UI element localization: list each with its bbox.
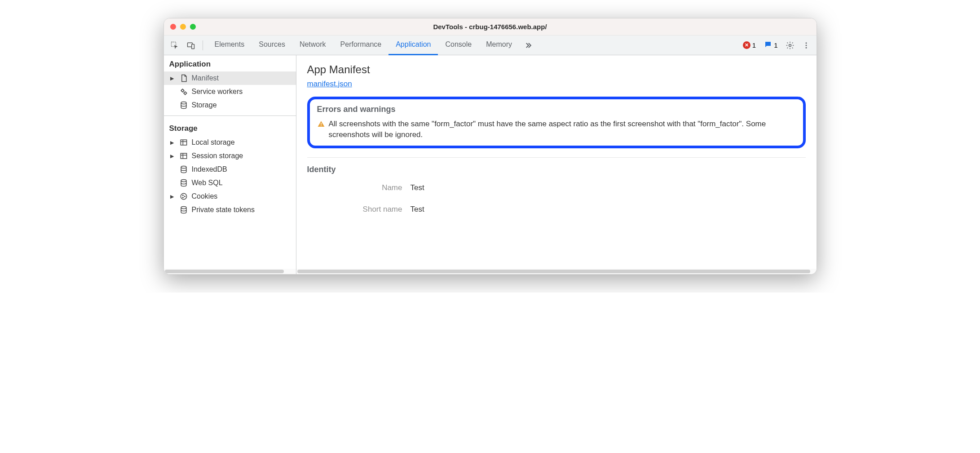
more-tabs-button[interactable]: [519, 36, 537, 55]
file-icon: [179, 74, 188, 83]
warning-row: All screenshots with the same "form_fact…: [317, 119, 796, 140]
sidebar-item-label: IndexedDB: [192, 165, 227, 173]
svg-point-3: [789, 44, 791, 46]
expand-arrow-icon: ▶: [170, 76, 176, 81]
window-titlebar: DevTools - crbug-1476656.web.app/: [164, 18, 817, 36]
identity-shortname-label: Short name: [307, 205, 411, 214]
sidebar-item-label: Session storage: [192, 152, 243, 160]
identity-shortname-value: Test: [411, 205, 806, 214]
tab-console[interactable]: Console: [438, 36, 479, 55]
identity-section: Identity Name Test Short name Test: [307, 157, 806, 214]
database-icon: [179, 101, 188, 110]
tab-elements[interactable]: Elements: [207, 36, 252, 55]
database-icon: [179, 165, 188, 174]
errors-badge[interactable]: ✕ 1: [740, 40, 759, 50]
svg-rect-10: [181, 140, 186, 145]
inspect-element-icon[interactable]: [168, 38, 182, 53]
tab-performance[interactable]: Performance: [333, 36, 389, 55]
page-title: App Manifest: [307, 63, 806, 76]
table-icon: [179, 151, 188, 160]
application-sidebar: Application ▶ Manifest ▶ Service workers…: [164, 55, 296, 269]
svg-point-13: [181, 180, 186, 182]
tab-network[interactable]: Network: [292, 36, 333, 55]
sidebar-item-label: Service workers: [192, 88, 243, 96]
settings-icon[interactable]: [783, 39, 797, 52]
sidebar-item-indexeddb[interactable]: ▶ IndexedDB: [164, 163, 296, 176]
main-scrollbar[interactable]: [296, 269, 817, 274]
warning-text: All screenshots with the same "form_fact…: [329, 119, 796, 140]
sidebar-item-label: Local storage: [192, 138, 235, 147]
sidebar-item-label: Storage: [192, 101, 217, 109]
window-title: DevTools - crbug-1476656.web.app/: [164, 23, 817, 31]
svg-point-4: [805, 42, 807, 44]
tab-sources[interactable]: Sources: [252, 36, 292, 55]
sidebar-item-local-storage[interactable]: ▶ Local storage: [164, 136, 296, 149]
table-icon: [179, 138, 188, 147]
issue-count: 1: [774, 41, 777, 49]
sidebar-item-cookies[interactable]: ▶ Cookies: [164, 190, 296, 203]
sidebar-divider: [164, 115, 296, 116]
identity-name-value: Test: [411, 183, 806, 192]
more-options-icon[interactable]: [799, 39, 813, 52]
sidebar-section-application: Application: [164, 55, 296, 71]
svg-rect-11: [181, 153, 186, 159]
toolbar-divider: [203, 40, 203, 50]
sidebar-scrollbar[interactable]: [164, 269, 296, 274]
panel-tabs: Elements Sources Network Performance App…: [207, 36, 537, 55]
sidebar-item-storage[interactable]: ▶ Storage: [164, 98, 296, 112]
svg-point-6: [805, 47, 807, 48]
svg-point-15: [182, 195, 183, 196]
expand-arrow-icon: ▶: [170, 140, 176, 146]
error-icon: ✕: [743, 41, 750, 49]
manifest-link[interactable]: manifest.json: [307, 80, 352, 88]
manifest-panel: App Manifest manifest.json Errors and wa…: [296, 55, 817, 269]
bottom-scrollbars: [164, 269, 817, 274]
identity-name-label: Name: [307, 183, 411, 192]
svg-point-18: [181, 207, 186, 209]
sidebar-item-websql[interactable]: ▶ Web SQL: [164, 176, 296, 190]
content-area: Application ▶ Manifest ▶ Service workers…: [164, 55, 817, 269]
sidebar-section-storage: Storage: [164, 120, 296, 136]
expand-arrow-icon: ▶: [170, 194, 176, 200]
devtools-toolbar: Elements Sources Network Performance App…: [164, 36, 817, 55]
svg-point-9: [181, 102, 186, 104]
svg-point-14: [181, 193, 186, 199]
database-icon: [179, 205, 188, 214]
error-count: 1: [752, 41, 756, 49]
issues-badge[interactable]: 1: [761, 40, 780, 51]
errors-warnings-section: Errors and warnings All screenshots with…: [307, 97, 806, 148]
gears-icon: [179, 87, 188, 96]
devtools-window: DevTools - crbug-1476656.web.app/ Elemen…: [163, 18, 817, 275]
svg-rect-2: [191, 44, 194, 49]
sidebar-item-label: Cookies: [192, 192, 218, 200]
sidebar-item-manifest[interactable]: ▶ Manifest: [164, 71, 296, 85]
svg-point-5: [805, 44, 807, 46]
tab-memory[interactable]: Memory: [479, 36, 519, 55]
cookie-icon: [179, 192, 188, 201]
issue-icon: [764, 40, 772, 50]
svg-point-8: [184, 92, 186, 94]
sidebar-item-service-workers[interactable]: ▶ Service workers: [164, 85, 296, 98]
errors-warnings-heading: Errors and warnings: [317, 105, 796, 114]
svg-point-17: [182, 197, 183, 198]
sidebar-item-private-state-tokens[interactable]: ▶ Private state tokens: [164, 203, 296, 217]
device-toolbar-icon[interactable]: [184, 38, 198, 53]
sidebar-item-label: Manifest: [192, 74, 219, 82]
expand-arrow-icon: ▶: [170, 153, 176, 159]
tab-application[interactable]: Application: [388, 36, 438, 55]
svg-point-7: [181, 89, 184, 92]
identity-heading: Identity: [307, 165, 806, 174]
warning-icon: [317, 120, 325, 128]
sidebar-item-label: Private state tokens: [192, 206, 255, 214]
sidebar-item-label: Web SQL: [192, 179, 223, 187]
database-icon: [179, 178, 188, 187]
svg-rect-20: [321, 125, 322, 126]
svg-point-12: [181, 166, 186, 169]
sidebar-item-session-storage[interactable]: ▶ Session storage: [164, 149, 296, 163]
svg-rect-19: [321, 123, 322, 125]
svg-point-16: [184, 196, 185, 197]
